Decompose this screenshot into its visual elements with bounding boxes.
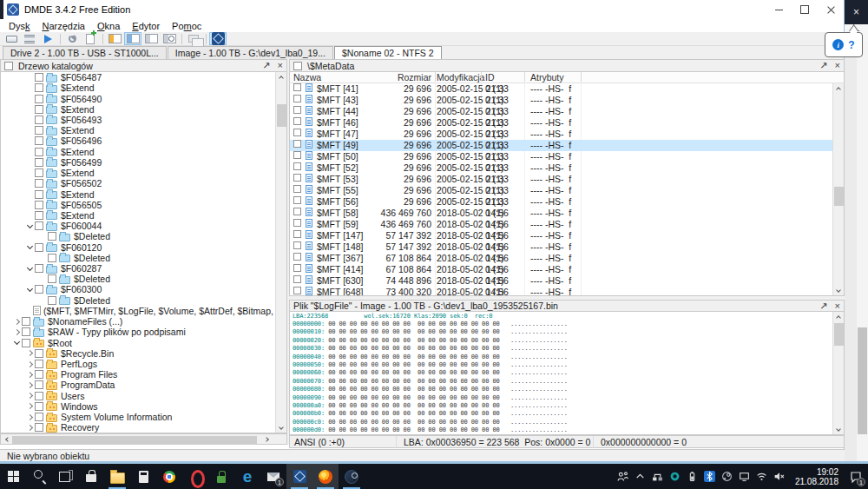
tree-expand-chevron[interactable]	[11, 338, 22, 348]
hex-row[interactable]: 000000c0: 00 00 00 00 00 00 00 00 00 00 …	[290, 419, 844, 426]
close-button[interactable]	[818, 0, 844, 19]
tree-vertical-scrollbar[interactable]	[275, 72, 286, 433]
hex-row[interactable]: 00000020: 00 00 00 00 00 00 00 00 00 00 …	[290, 337, 844, 345]
tree-row[interactable]: $Recycle.Bin	[1, 348, 286, 359]
minimize-button[interactable]	[766, 0, 792, 19]
tree-scrollbar-thumb[interactable]	[277, 104, 286, 127]
continue-button[interactable]	[39, 32, 56, 45]
column-id[interactable]: ID	[485, 72, 495, 83]
row-checkbox[interactable]	[293, 174, 301, 182]
hex-row[interactable]: 00000070: 00 00 00 00 00 00 00 00 00 00 …	[290, 378, 844, 386]
hex-row[interactable]: 00000030: 00 00 00 00 00 00 00 00 00 00 …	[290, 345, 844, 353]
tree-row[interactable]: $Extend	[1, 168, 286, 178]
table-row[interactable]: $MFT [58]436 469 7602018-05-02 14:560 (1…	[290, 208, 844, 219]
tree-row[interactable]: $Extend	[1, 210, 286, 221]
tree-checkbox[interactable]	[35, 105, 43, 114]
tree-horizontal-scrollbar[interactable]	[0, 433, 287, 445]
hex-vertical-scrollbar[interactable]	[832, 312, 844, 434]
panel-layout-2-button[interactable]	[124, 32, 141, 45]
tree-checkbox[interactable]	[22, 339, 30, 347]
menu-item-dysk[interactable]: Dysk	[3, 21, 36, 31]
hex-scrollbar-thumb[interactable]	[834, 323, 844, 346]
taskbar-calculator-icon[interactable]	[130, 464, 156, 489]
tree-checkbox[interactable]	[35, 423, 43, 432]
table-row[interactable]: $MFT [55]29 6962005-02-15 21:330 (1)----…	[290, 185, 844, 196]
taskbar-file-explorer-icon[interactable]	[104, 464, 130, 489]
column-name[interactable]: Nazwa	[293, 72, 321, 83]
row-checkbox[interactable]	[293, 196, 301, 204]
tree-row[interactable]: $Deleted	[1, 274, 286, 284]
row-checkbox[interactable]	[293, 151, 301, 159]
action-center-button[interactable]: 1	[844, 464, 868, 489]
tree-checkbox[interactable]	[35, 221, 43, 230]
tree-checkbox[interactable]	[35, 179, 43, 188]
tray-teamviewer-icon[interactable]	[668, 470, 682, 484]
row-checkbox[interactable]	[293, 264, 301, 272]
tree-expand-chevron[interactable]	[24, 242, 35, 253]
tree-expand-chevron[interactable]	[24, 348, 35, 359]
menu-item-edytor[interactable]: Edytor	[126, 21, 166, 31]
tray-battery-icon[interactable]	[686, 470, 700, 484]
table-column-header[interactable]: Nazwa Rozmiar Modyfikacja ID Atrybuty	[289, 72, 845, 83]
panel-maximize-icon[interactable]: ↗	[819, 60, 827, 71]
panel-maximize-icon[interactable]: ↗	[819, 301, 827, 312]
select-volume-button[interactable]	[21, 32, 38, 45]
tree-row[interactable]: $F056505	[1, 200, 286, 210]
scroll-up-arrow[interactable]	[833, 312, 844, 321]
tree-row[interactable]: $F056493	[1, 115, 286, 125]
tree-checkbox[interactable]	[35, 243, 43, 252]
meta-panel-checkbox[interactable]	[293, 62, 302, 70]
row-checkbox[interactable]	[293, 275, 301, 283]
tree-expand-chevron[interactable]	[24, 221, 35, 231]
menu-item-okna[interactable]: Okna	[91, 21, 126, 31]
tree-row[interactable]: Windows	[1, 401, 286, 412]
menu-item-narzedzia[interactable]: Narzędzia	[36, 21, 91, 31]
tree-row[interactable]: System Volume Information	[1, 412, 286, 422]
tree-row[interactable]: $Extend	[1, 188, 286, 199]
row-checkbox[interactable]	[293, 83, 301, 91]
hex-row[interactable]: 00000080: 00 00 00 00 00 00 00 00 00 00 …	[290, 386, 844, 393]
row-checkbox[interactable]	[293, 129, 301, 136]
panel-close-icon[interactable]: ×	[278, 60, 283, 71]
tree-checkbox[interactable]	[35, 360, 43, 368]
hex-viewer[interactable]: LBA:223568 wol.sek:16720 Klas:2090 sek:0…	[289, 312, 845, 435]
column-attributes[interactable]: Atrybuty	[530, 72, 564, 83]
tree-row[interactable]: $Extend	[1, 125, 286, 135]
tree-expand-chevron[interactable]	[24, 380, 35, 390]
tree-expand-chevron[interactable]	[24, 422, 35, 433]
row-checkbox[interactable]	[293, 287, 301, 294]
row-checkbox[interactable]	[293, 253, 301, 261]
tab-0[interactable]: Drive 2 - 1.00 TB - USB - ST1000L...	[3, 46, 167, 59]
tree-row[interactable]: $F056499	[1, 157, 286, 168]
taskbar-store-icon[interactable]	[78, 464, 104, 489]
tree-expand-chevron[interactable]	[24, 412, 35, 422]
table-row[interactable]: $MFT [59]436 469 7602018-05-02 14:560 (1…	[290, 219, 844, 230]
tree-checkbox[interactable]	[35, 370, 43, 379]
tree-checkbox[interactable]	[48, 274, 56, 283]
table-row[interactable]: $MFT [50]29 6962005-02-15 21:330 (1)----…	[290, 151, 844, 162]
tree-checkbox[interactable]	[35, 402, 43, 411]
tree-checkbox[interactable]	[35, 211, 43, 220]
tree-panel-checkbox[interactable]	[4, 62, 13, 70]
tree-checkbox[interactable]	[48, 254, 56, 262]
tree-row[interactable]: $Extend	[1, 147, 286, 157]
cascade-windows-button[interactable]	[185, 32, 202, 45]
row-checkbox[interactable]	[293, 241, 301, 249]
hex-row[interactable]: 00000040: 00 00 00 00 00 00 00 00 00 00 …	[290, 354, 844, 361]
tray-volume-muted-icon[interactable]	[773, 470, 786, 484]
tray-display-icon[interactable]	[738, 470, 752, 484]
background-close-icon[interactable]: ×	[853, 6, 859, 18]
column-size[interactable]: Rozmiar	[372, 72, 431, 83]
scroll-down-arrow[interactable]	[833, 425, 844, 434]
tree-checkbox[interactable]	[35, 95, 43, 103]
tree-row[interactable]: $Extend	[1, 104, 286, 115]
taskbar-edge-icon[interactable]	[234, 464, 260, 489]
tree-checkbox[interactable]	[48, 296, 56, 305]
scroll-down-arrow[interactable]	[833, 286, 844, 295]
hex-row[interactable]: 000000b0: 00 00 00 00 00 00 00 00 00 00 …	[290, 410, 844, 418]
tree-expand-chevron[interactable]	[24, 284, 35, 294]
taskbar-mail-icon[interactable]: 1	[260, 464, 286, 489]
tray-steam-tray-icon[interactable]	[720, 470, 734, 484]
row-checkbox[interactable]	[293, 117, 301, 125]
table-row[interactable]: $MFT [46]29 6962005-02-15 21:330 (1)----…	[290, 117, 844, 129]
